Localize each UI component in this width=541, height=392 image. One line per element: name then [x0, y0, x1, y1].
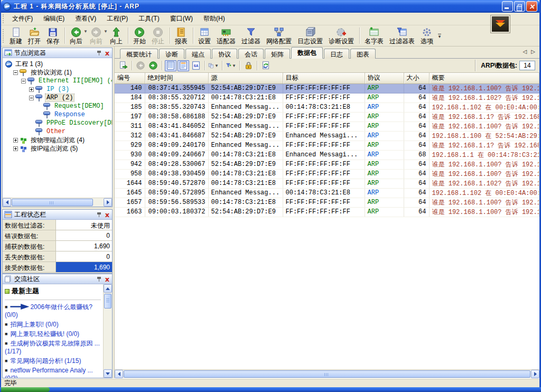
column-header-目标[interactable]: 目标 [283, 73, 365, 83]
lock-button[interactable] [242, 60, 254, 71]
dropdown-arrow-icon[interactable]: ▼ [214, 63, 219, 68]
packet-row[interactable]: 31208:43:41.84668752:54:AB:29:D7:E9Enhan… [115, 131, 539, 141]
tab-概要统计[interactable]: 概要统计 [120, 49, 158, 59]
packet-row[interactable]: 164408:59:40.57287000:14:78:C3:21:E8FF:F… [115, 179, 539, 188]
scroll-right-button[interactable] [531, 370, 539, 378]
community-vscrollbar[interactable] [103, 284, 112, 378]
toolbar-button-start[interactable]: 开始 [130, 25, 149, 46]
scroll-down-button[interactable] [104, 369, 112, 378]
toolbar-button-filter[interactable]: 过滤器 [239, 25, 264, 46]
start-button-fragment[interactable] [1, 387, 50, 392]
toolbar-button-name-table[interactable]: 名字表 [362, 25, 387, 46]
menu-item[interactable]: 工程(P) [101, 13, 133, 25]
tree-item[interactable]: 按协议浏览 (1) [4, 68, 112, 77]
tab-诊断[interactable]: 诊断 [159, 49, 184, 59]
node-browser-hscrollbar[interactable] [3, 198, 112, 207]
menu-item[interactable]: 查看(V) [70, 13, 101, 25]
packet-row[interactable]: 92908:49:09.240170Enhanced Messag...FF:F… [115, 141, 539, 150]
pin-icon[interactable] [96, 212, 102, 218]
packet-row[interactable]: 94208:49:28.53006752:54:AB:29:D7:E9FF:FF… [115, 160, 539, 169]
menu-item[interactable]: 编辑(E) [38, 13, 70, 25]
toolbar-button-filter-table[interactable]: 过滤器表 [387, 25, 418, 46]
tree-item[interactable]: PPPoE Discovery[DEMO] [4, 119, 112, 127]
packet-row[interactable]: 165708:59:56.58953300:14:78:C3:21:E8FF:F… [115, 198, 539, 207]
detail-view-button[interactable] [178, 60, 189, 71]
toolbar-button-back[interactable]: 向后▼ [67, 25, 87, 46]
forum-topic-link[interactable]: ■netflow Performance Analy ... (0/3) [5, 367, 102, 378]
tab-协议[interactable]: 协议 [212, 49, 237, 59]
filter-button[interactable]: ▼ [225, 60, 237, 71]
column-header-绝对时间[interactable]: 绝对时间 [145, 73, 208, 83]
tree-item[interactable]: IP (3) [4, 85, 112, 94]
columns-button[interactable]: ▼ [208, 60, 219, 71]
scroll-thumb[interactable] [12, 199, 93, 206]
tab-矩阵[interactable]: 矩阵 [265, 49, 290, 59]
toolbar-button-diagnosis-settings[interactable]: 诊断设置 [326, 25, 357, 46]
forum-topic-link[interactable]: ■2006年做什么最赚钱? (0/0) [5, 303, 102, 319]
toolbar-button-log-settings[interactable]: 日志设置 [295, 25, 326, 46]
scroll-up-button[interactable] [104, 284, 112, 293]
menu-item[interactable]: 帮助(H) [198, 13, 230, 25]
toolbar-button-adapter[interactable]: 适配器 [214, 25, 239, 46]
packet-row[interactable]: 18408:38:55.32071200:14:78:C3:21:E8FF:FF… [115, 93, 539, 102]
packet-row[interactable]: 166309:00:03.18037252:54:AB:29:D7:E9FF:F… [115, 207, 539, 217]
toolbar-button-settings[interactable]: 设置 [195, 25, 214, 46]
pin-icon[interactable] [96, 50, 102, 56]
toolbar-button-open[interactable]: 打开 [25, 25, 44, 46]
pin-icon[interactable] [96, 276, 102, 282]
expand-icon[interactable] [29, 87, 34, 92]
tab-scroll-left-icon[interactable]: ◁ [523, 49, 527, 55]
tree-item[interactable]: Request[DEMO] [4, 102, 112, 110]
toolbar-button-report[interactable]: 报表 [172, 25, 191, 46]
column-header-大小[interactable]: 大小 [404, 73, 429, 83]
tab-scroll-right-icon[interactable]: ▷ [531, 49, 535, 55]
menubar-grip[interactable] [3, 14, 5, 23]
menu-item[interactable]: 文件(F) [7, 13, 38, 25]
scroll-thumb[interactable] [104, 294, 111, 309]
collapse-icon[interactable] [29, 96, 34, 100]
column-header-源[interactable]: 源 [208, 73, 283, 83]
hex-view-button[interactable]: 6A [190, 60, 202, 71]
toolbar-grip[interactable] [3, 29, 5, 43]
column-header-编号[interactable]: 编号 [115, 73, 145, 83]
packet-row[interactable]: 19708:38:58.68618852:54:AB:29:D7:E9FF:FF… [115, 112, 539, 122]
toolbar-button-new[interactable]: 新建 [7, 25, 25, 46]
expand-icon[interactable] [13, 146, 18, 151]
forum-topic-link[interactable]: ■招网上兼职! (0/0) [5, 321, 102, 329]
export-button[interactable] [117, 60, 129, 71]
toolbar-button-network-config[interactable]: 网络配置 [264, 25, 295, 46]
toolbar-button-up[interactable]: 向上 [107, 25, 126, 46]
tab-端点[interactable]: 端点 [185, 49, 211, 59]
collapse-icon[interactable] [13, 70, 18, 75]
collapse-icon[interactable] [21, 79, 26, 83]
scroll-thumb[interactable] [124, 370, 530, 378]
packet-row[interactable]: 93008:49:09.24066700:14:78:C3:21:E8Enhan… [115, 150, 539, 160]
panel-close-icon[interactable]: x [104, 212, 110, 218]
toolbar-button-forward[interactable]: 向前▼ [87, 25, 107, 46]
list-view-button[interactable] [165, 60, 176, 71]
toolbar-button-options[interactable]: 选项 [418, 25, 436, 46]
tree-item[interactable]: 按物理端点浏览 (4) [4, 136, 112, 144]
tree-item[interactable]: Ethernet II[DEMO] (4) [4, 77, 112, 85]
dropdown-arrow-icon[interactable]: ▼ [232, 63, 236, 68]
packet-row[interactable]: 18508:38:55.320743Enhanced Messag...00:1… [115, 102, 539, 112]
packet-row[interactable]: 164508:59:40.572895Enhanced Messag...00:… [115, 188, 539, 198]
scroll-right-button[interactable] [104, 198, 112, 207]
packet-row[interactable]: 31108:43:41.846052Enhanced Messag...FF:F… [115, 122, 539, 131]
tree-item[interactable]: 按IP端点浏览 (5) [4, 144, 112, 153]
tab-数据包[interactable]: 数据包 [291, 47, 323, 59]
packet-back-button[interactable] [135, 60, 146, 71]
refresh-button[interactable] [260, 60, 272, 71]
forum-topic-link[interactable]: ■常见网络问题分析! (1/15) [5, 357, 102, 365]
scroll-left-button[interactable] [3, 198, 11, 207]
close-button[interactable]: × [526, 1, 537, 12]
packet-row[interactable]: 95808:49:38.93045900:14:78:C3:21:E8FF:FF… [115, 169, 539, 179]
tree-item[interactable]: Other [4, 127, 112, 136]
packet-forward-button[interactable] [147, 60, 159, 71]
packet-row[interactable]: 14008:37:41.35594552:54:AB:29:D7:E9FF:FF… [115, 83, 539, 93]
tree-item[interactable]: Response [4, 110, 112, 119]
tree-item[interactable]: 工程 1 (3) [4, 60, 112, 68]
panel-close-icon[interactable]: x [104, 276, 110, 282]
column-header-概要[interactable]: 概要 [429, 73, 539, 83]
minimize-button[interactable] [502, 1, 513, 12]
